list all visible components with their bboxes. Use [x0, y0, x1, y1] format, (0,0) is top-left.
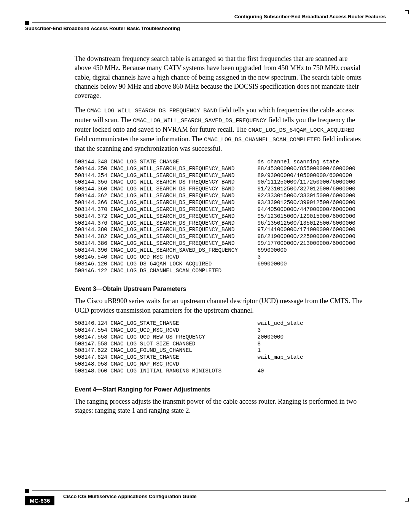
content: The downstream frequency search table is…	[75, 54, 364, 415]
footer-guide: Cisco IOS Multiservice Applications Conf…	[63, 494, 386, 499]
log-output-2: 508146.124 CMAC_LOG_STATE_CHANGE wait_uc…	[75, 320, 364, 375]
footer-rule-dot	[25, 489, 29, 493]
footer-rule-line	[32, 490, 386, 491]
event3-para: The Cisco uBR900 series waits for an ups…	[75, 296, 364, 315]
crop-mark-top-right	[405, 10, 409, 14]
crop-mark-bottom-right	[405, 498, 409, 502]
log-output-1: 508144.348 CMAC_LOG_STATE_CHANGE ds_chan…	[75, 159, 364, 275]
page-number-badge: MC-636	[25, 496, 54, 505]
header-rule-dot	[25, 21, 29, 25]
header-rule-line	[32, 22, 386, 23]
page: Configuring Subscriber-End Broadband Acc…	[0, 0, 411, 532]
p2a: The	[75, 106, 87, 114]
para-fields: The CMAC_LOG_WILL_SEARCH_DS_FREQUENCY_BA…	[75, 105, 364, 153]
running-head-right: Configuring Subscriber-End Broadband Acc…	[234, 14, 386, 19]
footer-rule	[25, 489, 386, 493]
event4-title: Event 4—Start Ranging for Power Adjustme…	[75, 386, 364, 393]
p2d: field communicates the same information.…	[75, 135, 204, 143]
header-rule	[25, 21, 386, 25]
code-field-2: CMAC_LOG_WILL_SEARCH_SAVED_DS_FREQUENCY	[133, 118, 266, 124]
code-field-3: CMAC_LOG_DS_64QAM_LOCK_ACQUIRED	[249, 127, 355, 134]
code-field-4: CMAC_LOG_DS_CHANNEL_SCAN_COMPLETED	[204, 137, 320, 143]
event4-para: The ranging process adjusts the transmit…	[75, 397, 364, 415]
para-intro: The downstream frequency search table is…	[75, 54, 364, 100]
running-head-left: Subscriber-End Broadband Access Router B…	[25, 26, 180, 31]
running-head: Configuring Subscriber-End Broadband Acc…	[25, 14, 386, 19]
running-subhead: Subscriber-End Broadband Access Router B…	[25, 26, 386, 31]
code-field-1: CMAC_LOG_WILL_SEARCH_DS_FREQUENCY_BAND	[87, 108, 217, 114]
footer: Cisco IOS Multiservice Applications Conf…	[25, 489, 386, 499]
event3-title: Event 3—Obtain Upstream Parameters	[75, 286, 364, 292]
